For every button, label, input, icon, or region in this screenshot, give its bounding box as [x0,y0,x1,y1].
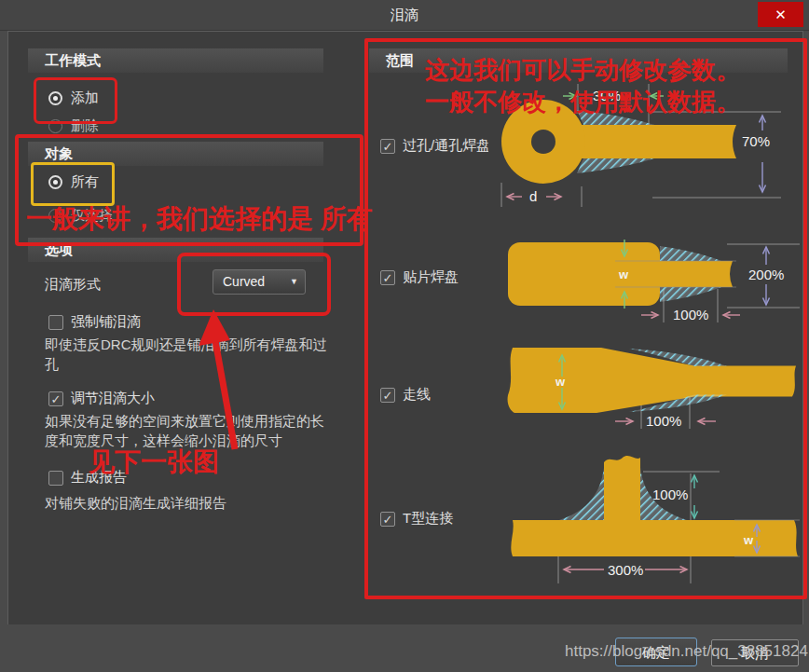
radio-delete[interactable]: 删除 [48,117,99,135]
radio-delete-label: 删除 [71,117,99,135]
checkbox-force-teardrops-label: 强制铺泪滴 [71,313,141,331]
checkbox-smd-pads-box[interactable]: ✓ [380,270,395,285]
radio-selected-only-label: 仅选择 [71,207,113,225]
close-icon: ✕ [775,7,787,22]
smd-teardrop-diagram: w 200% 100% [503,235,803,328]
dim-label-smd-width: w [618,267,629,281]
adjust-size-description: 如果没有足够的空间来放置它则使用指定的长度和宽度尺寸，这样会缩小泪滴的尺寸 [45,411,330,450]
tee-teardrop-diagram: 100% 300% w [503,446,803,587]
radio-delete-control[interactable] [48,119,62,133]
checkbox-force-teardrops[interactable]: 强制铺泪滴 [48,313,141,331]
dim-label-smd-right: 200% [748,267,784,282]
teardrop-style-value: Curved [223,270,265,294]
dim-label-via-top: 30% [593,88,621,103]
checkbox-adjust-size-box[interactable]: ✓ [48,391,63,406]
checkbox-force-teardrops-box[interactable] [48,315,63,330]
checkbox-adjust-size-label: 调节泪滴大小 [71,390,155,407]
ok-button[interactable]: 确定 [615,638,697,666]
radio-all-label: 所有 [71,173,99,191]
checkbox-generate-report[interactable]: 生成报告 [48,469,127,487]
dim-label-smd-bottom: 100% [673,307,708,322]
checkbox-smd-pads[interactable]: ✓ 贴片焊盘 [380,268,459,286]
radio-add[interactable]: 添加 [48,89,99,107]
cancel-button[interactable]: 取消 [711,639,799,666]
force-teardrops-description: 即使违反DRC规则还是铺泪滴到所有焊盘和过孔 [45,335,330,374]
checkbox-tracks-box[interactable]: ✓ [380,388,395,403]
checkbox-tracks[interactable]: ✓ 走线 [380,386,431,404]
check-icon: ✓ [51,392,62,406]
dim-label-track-bottom: 100% [646,413,681,429]
generate-report-description: 对铺失败的泪滴生成详细报告 [45,493,330,513]
checkbox-smd-pads-label: 贴片焊盘 [403,268,459,286]
teardrops-dialog: 泪滴 ✕ 工作模式 添加 删除 对象 所有 仅选择 选项 泪滴形式 Curved… [0,0,809,672]
checkbox-via-pads-box[interactable]: ✓ [380,139,395,154]
checkbox-tee-junction-box[interactable]: ✓ [380,512,395,527]
dim-label-via-right: 70% [742,133,770,149]
check-icon: ✓ [383,271,393,285]
checkbox-tracks-label: 走线 [403,386,431,404]
dim-label-tee-width: w [743,533,754,547]
checkbox-adjust-size[interactable]: ✓ 调节泪滴大小 [48,390,155,407]
checkbox-tee-junction[interactable]: ✓ T型连接 [380,510,453,528]
dim-label-tee-bottom: 300% [608,562,643,578]
chevron-down-icon: ▼ [290,270,298,294]
radio-add-control[interactable] [48,91,62,105]
teardrop-style-label: 泪滴形式 [45,276,101,294]
dim-label-via-bottom: d [529,188,537,204]
dim-label-track-width: w [555,375,566,389]
via-teardrop-diagram: 30% 70% d [429,73,794,213]
dim-label-tee-right: 100% [652,487,688,502]
section-header-options: 选项 [28,238,323,262]
checkbox-generate-report-box[interactable] [48,471,63,486]
section-header-work-mode: 工作模式 [28,48,323,73]
checkbox-tee-junction-label: T型连接 [403,510,453,528]
dialog-title: 泪滴 [0,0,809,30]
radio-add-label: 添加 [71,89,99,107]
check-icon: ✓ [383,513,393,527]
checkbox-generate-report-label: 生成报告 [71,469,127,487]
radio-all-control[interactable] [48,175,62,189]
section-header-objects: 对象 [28,142,323,166]
radio-all[interactable]: 所有 [48,173,99,191]
check-icon: ✓ [383,140,393,154]
section-header-scope: 范围 [369,48,788,73]
track-teardrop-diagram: w 100% [503,343,803,432]
check-icon: ✓ [383,389,393,403]
radio-selected-only-control[interactable] [48,209,62,223]
radio-selected-only[interactable]: 仅选择 [48,207,113,225]
teardrop-style-dropdown[interactable]: Curved ▼ [213,269,306,295]
close-button[interactable]: ✕ [758,2,803,27]
